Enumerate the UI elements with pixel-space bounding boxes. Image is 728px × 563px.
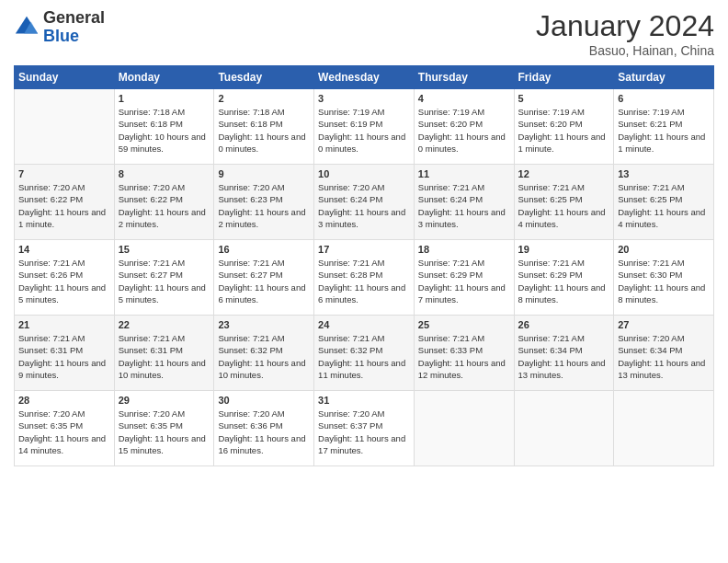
- day-number: 8: [119, 168, 210, 179]
- day-number: 27: [618, 319, 710, 330]
- calendar-title: January 2024: [536, 9, 714, 43]
- logo-text: General Blue: [43, 9, 105, 46]
- day-info: Sunrise: 7:20 AMSunset: 6:37 PMDaylight:…: [318, 408, 410, 456]
- header-wednesday: Wednesday: [314, 66, 415, 89]
- header: General Blue January 2024 Basuo, Hainan,…: [14, 9, 714, 58]
- day-cell: 5Sunrise: 7:19 AMSunset: 6:20 PMDaylight…: [514, 89, 614, 165]
- day-number: 20: [618, 244, 710, 255]
- day-info: Sunrise: 7:19 AMSunset: 6:20 PMDaylight:…: [518, 106, 610, 155]
- day-number: 18: [418, 244, 510, 255]
- day-number: 12: [518, 168, 610, 179]
- day-number: 9: [218, 168, 310, 179]
- day-cell: 24Sunrise: 7:21 AMSunset: 6:32 PMDayligh…: [314, 316, 415, 391]
- day-info: Sunrise: 7:21 AMSunset: 6:32 PMDaylight:…: [318, 332, 410, 381]
- day-info: Sunrise: 7:21 AMSunset: 6:32 PMDaylight:…: [218, 332, 310, 381]
- day-cell: 28Sunrise: 7:20 AMSunset: 6:35 PMDayligh…: [15, 391, 115, 466]
- day-info: Sunrise: 7:21 AMSunset: 6:24 PMDaylight:…: [418, 181, 510, 230]
- day-info: Sunrise: 7:21 AMSunset: 6:29 PMDaylight:…: [418, 257, 510, 305]
- day-info: Sunrise: 7:19 AMSunset: 6:20 PMDaylight:…: [418, 106, 510, 155]
- day-number: 26: [518, 319, 610, 330]
- day-info: Sunrise: 7:19 AMSunset: 6:21 PMDaylight:…: [618, 106, 710, 155]
- day-info: Sunrise: 7:20 AMSunset: 6:35 PMDaylight:…: [18, 408, 110, 456]
- day-number: 3: [318, 93, 410, 104]
- header-friday: Friday: [514, 66, 614, 89]
- day-number: 19: [518, 244, 610, 255]
- day-cell: [614, 391, 714, 466]
- week-row-2: 14Sunrise: 7:21 AMSunset: 6:26 PMDayligh…: [15, 240, 714, 316]
- header-monday: Monday: [114, 66, 214, 89]
- header-saturday: Saturday: [614, 66, 714, 89]
- day-info: Sunrise: 7:21 AMSunset: 6:31 PMDaylight:…: [119, 332, 210, 381]
- calendar-subtitle: Basuo, Hainan, China: [536, 43, 714, 58]
- day-cell: 26Sunrise: 7:21 AMSunset: 6:34 PMDayligh…: [514, 316, 614, 391]
- day-info: Sunrise: 7:21 AMSunset: 6:34 PMDaylight:…: [518, 332, 610, 381]
- day-info: Sunrise: 7:20 AMSunset: 6:24 PMDaylight:…: [318, 181, 410, 230]
- header-tuesday: Tuesday: [214, 66, 314, 89]
- day-cell: 27Sunrise: 7:20 AMSunset: 6:34 PMDayligh…: [614, 316, 714, 391]
- day-number: 21: [18, 319, 110, 330]
- day-cell: 15Sunrise: 7:21 AMSunset: 6:27 PMDayligh…: [114, 240, 214, 316]
- day-cell: 21Sunrise: 7:21 AMSunset: 6:31 PMDayligh…: [15, 316, 115, 391]
- day-info: Sunrise: 7:18 AMSunset: 6:18 PMDaylight:…: [119, 106, 210, 155]
- day-number: 29: [119, 395, 210, 406]
- day-info: Sunrise: 7:18 AMSunset: 6:18 PMDaylight:…: [218, 106, 310, 155]
- day-number: 16: [218, 244, 310, 255]
- day-number: 17: [318, 244, 410, 255]
- day-info: Sunrise: 7:21 AMSunset: 6:26 PMDaylight:…: [18, 257, 110, 305]
- header-sunday: Sunday: [15, 66, 115, 89]
- day-number: 28: [18, 395, 110, 406]
- day-cell: 11Sunrise: 7:21 AMSunset: 6:24 PMDayligh…: [414, 165, 514, 240]
- day-cell: 30Sunrise: 7:20 AMSunset: 6:36 PMDayligh…: [214, 391, 314, 466]
- day-cell: 19Sunrise: 7:21 AMSunset: 6:29 PMDayligh…: [514, 240, 614, 316]
- day-info: Sunrise: 7:20 AMSunset: 6:23 PMDaylight:…: [218, 181, 310, 230]
- day-cell: 14Sunrise: 7:21 AMSunset: 6:26 PMDayligh…: [15, 240, 115, 316]
- header-thursday: Thursday: [414, 66, 514, 89]
- day-number: 31: [318, 395, 410, 406]
- day-info: Sunrise: 7:21 AMSunset: 6:28 PMDaylight:…: [318, 257, 410, 305]
- day-info: Sunrise: 7:21 AMSunset: 6:33 PMDaylight:…: [418, 332, 510, 381]
- day-cell: 2Sunrise: 7:18 AMSunset: 6:18 PMDaylight…: [214, 89, 314, 165]
- day-number: 30: [218, 395, 310, 406]
- day-number: 5: [518, 93, 610, 104]
- day-number: 7: [18, 168, 110, 179]
- day-number: 24: [318, 319, 410, 330]
- day-number: 11: [418, 168, 510, 179]
- day-number: 4: [418, 93, 510, 104]
- day-number: 15: [119, 244, 210, 255]
- day-cell: 8Sunrise: 7:20 AMSunset: 6:22 PMDaylight…: [114, 165, 214, 240]
- day-cell: 13Sunrise: 7:21 AMSunset: 6:25 PMDayligh…: [614, 165, 714, 240]
- day-number: 25: [418, 319, 510, 330]
- day-info: Sunrise: 7:21 AMSunset: 6:25 PMDaylight:…: [618, 181, 710, 230]
- day-cell: 4Sunrise: 7:19 AMSunset: 6:20 PMDaylight…: [414, 89, 514, 165]
- logo-icon: [14, 15, 40, 40]
- day-cell: 29Sunrise: 7:20 AMSunset: 6:35 PMDayligh…: [114, 391, 214, 466]
- week-row-1: 7Sunrise: 7:20 AMSunset: 6:22 PMDaylight…: [15, 165, 714, 240]
- day-cell: 12Sunrise: 7:21 AMSunset: 6:25 PMDayligh…: [514, 165, 614, 240]
- day-cell: 22Sunrise: 7:21 AMSunset: 6:31 PMDayligh…: [114, 316, 214, 391]
- day-cell: 17Sunrise: 7:21 AMSunset: 6:28 PMDayligh…: [314, 240, 415, 316]
- day-number: 14: [18, 244, 110, 255]
- day-number: 2: [218, 93, 310, 104]
- day-info: Sunrise: 7:20 AMSunset: 6:36 PMDaylight:…: [218, 408, 310, 456]
- day-number: 1: [119, 93, 210, 104]
- day-info: Sunrise: 7:19 AMSunset: 6:19 PMDaylight:…: [318, 106, 410, 155]
- week-row-4: 28Sunrise: 7:20 AMSunset: 6:35 PMDayligh…: [15, 391, 714, 466]
- day-cell: [15, 89, 115, 165]
- logo-blue-text: Blue: [43, 28, 105, 46]
- day-number: 22: [119, 319, 210, 330]
- day-cell: [414, 391, 514, 466]
- day-cell: 3Sunrise: 7:19 AMSunset: 6:19 PMDaylight…: [314, 89, 415, 165]
- week-row-3: 21Sunrise: 7:21 AMSunset: 6:31 PMDayligh…: [15, 316, 714, 391]
- day-number: 6: [618, 93, 710, 104]
- day-cell: 10Sunrise: 7:20 AMSunset: 6:24 PMDayligh…: [314, 165, 415, 240]
- day-cell: 25Sunrise: 7:21 AMSunset: 6:33 PMDayligh…: [414, 316, 514, 391]
- title-block: January 2024 Basuo, Hainan, China: [536, 9, 714, 58]
- page: General Blue January 2024 Basuo, Hainan,…: [0, 0, 728, 563]
- day-info: Sunrise: 7:21 AMSunset: 6:25 PMDaylight:…: [518, 181, 610, 230]
- day-number: 13: [618, 168, 710, 179]
- day-cell: 16Sunrise: 7:21 AMSunset: 6:27 PMDayligh…: [214, 240, 314, 316]
- day-cell: 7Sunrise: 7:20 AMSunset: 6:22 PMDaylight…: [15, 165, 115, 240]
- day-info: Sunrise: 7:21 AMSunset: 6:29 PMDaylight:…: [518, 257, 610, 305]
- calendar-table: Sunday Monday Tuesday Wednesday Thursday…: [14, 65, 714, 466]
- day-cell: 20Sunrise: 7:21 AMSunset: 6:30 PMDayligh…: [614, 240, 714, 316]
